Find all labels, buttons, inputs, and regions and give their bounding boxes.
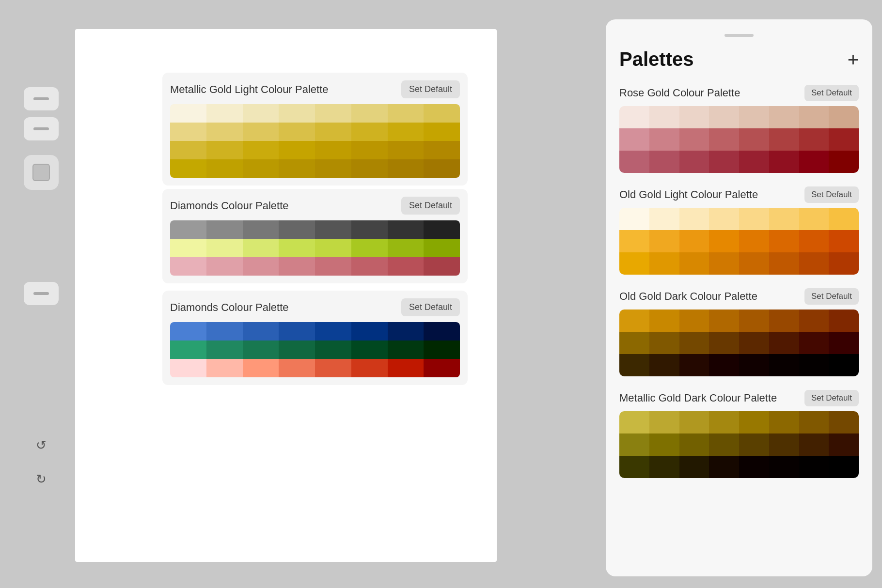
old-gold-dark-set-default[interactable]: Set Default <box>804 288 859 305</box>
color-swatch <box>206 239 243 257</box>
color-row <box>170 123 460 141</box>
diamonds-2-grid <box>170 322 460 377</box>
color-swatch <box>649 252 679 275</box>
color-swatch <box>619 151 649 173</box>
color-swatch <box>709 151 739 173</box>
diamonds-2-set-default[interactable]: Set Default <box>401 298 460 316</box>
color-swatch <box>649 151 679 173</box>
color-swatch <box>769 332 799 354</box>
color-swatch <box>679 151 709 173</box>
color-swatch <box>739 151 769 173</box>
color-swatch <box>424 340 460 359</box>
color-swatch <box>799 433 829 456</box>
color-swatch <box>170 159 206 178</box>
color-swatch <box>243 220 279 239</box>
color-swatch <box>829 354 859 376</box>
color-swatch <box>206 359 243 377</box>
color-swatch <box>279 220 315 239</box>
color-swatch <box>206 104 243 123</box>
sidebar-mid-button[interactable] <box>24 155 59 190</box>
color-row <box>619 230 859 252</box>
old-gold-dark-header: Old Gold Dark Colour Palette Set Default <box>619 288 859 305</box>
color-swatch <box>799 106 829 128</box>
color-swatch <box>649 332 679 354</box>
color-swatch <box>679 309 709 332</box>
sidebar-lower-button[interactable] <box>24 282 59 305</box>
color-swatch <box>799 128 829 151</box>
color-swatch <box>739 252 769 275</box>
color-swatch <box>709 309 739 332</box>
color-swatch <box>279 141 315 159</box>
color-swatch <box>279 239 315 257</box>
color-row <box>619 151 859 173</box>
color-row <box>170 159 460 178</box>
sidebar-top-button-2[interactable] <box>24 117 59 140</box>
color-swatch <box>709 208 739 230</box>
metallic-gold-light-set-default[interactable]: Set Default <box>401 80 460 98</box>
color-swatch <box>424 322 460 340</box>
color-swatch <box>619 252 649 275</box>
color-swatch <box>679 252 709 275</box>
color-swatch <box>243 322 279 340</box>
panel-handle <box>724 34 754 37</box>
color-row <box>619 456 859 478</box>
color-swatch <box>170 104 206 123</box>
color-swatch <box>619 128 649 151</box>
color-swatch <box>206 141 243 159</box>
color-row <box>170 340 460 359</box>
color-swatch <box>424 257 460 276</box>
color-swatch <box>388 322 424 340</box>
color-swatch <box>649 208 679 230</box>
color-swatch <box>799 252 829 275</box>
color-swatch <box>739 230 769 252</box>
undo-button[interactable]: ↺ <box>27 433 56 457</box>
color-swatch <box>315 340 351 359</box>
color-swatch <box>649 106 679 128</box>
add-palette-button[interactable]: + <box>848 50 859 69</box>
color-swatch <box>206 220 243 239</box>
color-swatch <box>170 239 206 257</box>
color-swatch <box>351 123 388 141</box>
color-swatch <box>799 208 829 230</box>
sidebar-top-button-1[interactable] <box>24 87 59 110</box>
old-gold-light-set-default[interactable]: Set Default <box>804 186 859 203</box>
color-swatch <box>351 322 388 340</box>
sidebar-rect-icon <box>32 164 50 181</box>
color-swatch <box>709 411 739 433</box>
color-swatch <box>170 340 206 359</box>
color-row <box>170 257 460 276</box>
color-swatch <box>619 309 649 332</box>
color-swatch <box>424 159 460 178</box>
color-swatch <box>388 104 424 123</box>
diamonds-1-header: Diamonds Colour Palette Set Default <box>170 197 460 215</box>
color-swatch <box>769 309 799 332</box>
color-swatch <box>829 208 859 230</box>
color-swatch <box>351 104 388 123</box>
color-swatch <box>829 230 859 252</box>
color-swatch <box>351 159 388 178</box>
color-swatch <box>206 257 243 276</box>
color-swatch <box>709 252 739 275</box>
color-swatch <box>170 257 206 276</box>
color-swatch <box>649 128 679 151</box>
color-swatch <box>279 322 315 340</box>
rose-gold-set-default[interactable]: Set Default <box>804 85 859 101</box>
color-swatch <box>649 354 679 376</box>
color-swatch <box>170 359 206 377</box>
color-swatch <box>388 359 424 377</box>
redo-button[interactable]: ↻ <box>27 467 56 491</box>
color-swatch <box>170 322 206 340</box>
color-swatch <box>619 433 649 456</box>
color-row <box>619 252 859 275</box>
color-swatch <box>769 151 799 173</box>
color-swatch <box>388 141 424 159</box>
color-swatch <box>679 411 709 433</box>
diamonds-1-set-default[interactable]: Set Default <box>401 197 460 215</box>
old-gold-light-palette-item: Old Gold Light Colour Palette Set Defaul… <box>619 186 859 275</box>
color-swatch <box>351 359 388 377</box>
color-swatch <box>619 230 649 252</box>
color-swatch <box>739 208 769 230</box>
metallic-gold-dark-set-default[interactable]: Set Default <box>804 390 859 406</box>
color-row <box>619 433 859 456</box>
diamonds-1-grid <box>170 220 460 276</box>
